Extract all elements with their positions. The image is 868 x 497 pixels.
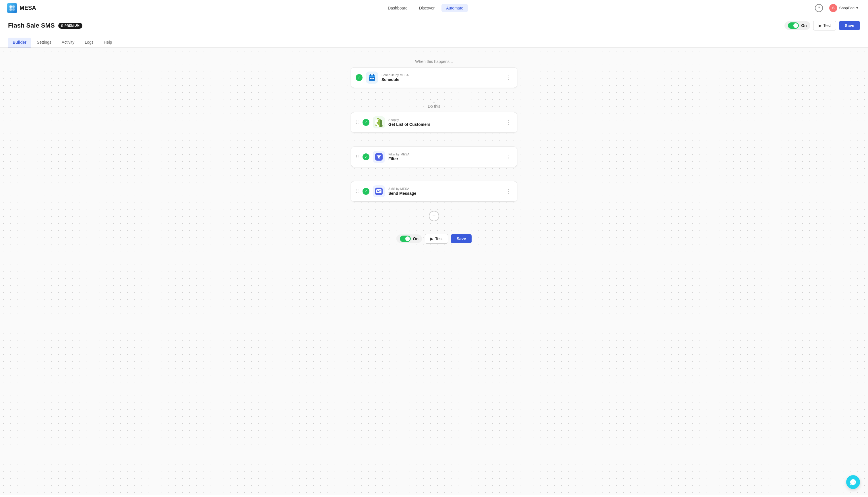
svg-point-19 xyxy=(854,482,855,483)
action-menu-button-3[interactable]: ⋮ xyxy=(505,187,512,196)
nav-right: ? S ShopPad ▾ xyxy=(815,3,861,13)
action-name-2: Filter xyxy=(388,157,501,161)
sms-icon xyxy=(373,185,385,197)
action-service-1: Shopify xyxy=(388,118,501,122)
action-label: Do this xyxy=(428,104,440,109)
action-card-filter[interactable]: ⠿ ✓ Filter by MESA Filter ⋮ xyxy=(351,146,517,167)
drag-handle-icon[interactable]: ⠿ xyxy=(356,120,359,125)
tab-help[interactable]: Help xyxy=(99,38,117,47)
trigger-card[interactable]: ✓ Schedule by MESA Schedule ⋮ xyxy=(351,67,517,88)
svg-point-18 xyxy=(853,482,854,483)
action-name-3: Send Message xyxy=(388,191,501,196)
svg-rect-3 xyxy=(12,8,15,11)
status-toggle-label: On xyxy=(801,23,807,28)
trigger-name: Schedule xyxy=(381,77,501,82)
connector-2 xyxy=(434,133,434,146)
trigger-content: Schedule by MESA Schedule xyxy=(381,73,501,82)
add-step-button[interactable]: + xyxy=(429,211,439,221)
action-content-1: Shopify Get List of Customers xyxy=(388,118,501,127)
user-menu[interactable]: S ShopPad ▾ xyxy=(826,3,861,13)
workflow-canvas: When this happens... ✓ Schedule by MESA … xyxy=(0,48,868,495)
trigger-service: Schedule by MESA xyxy=(381,73,501,77)
nav-automate[interactable]: Automate xyxy=(441,4,468,12)
svg-rect-10 xyxy=(373,78,374,79)
test-button[interactable]: ▶ Test xyxy=(813,21,836,30)
drag-handle-icon-3[interactable]: ⠿ xyxy=(356,189,359,194)
nav-links: Dashboard Discover Automate xyxy=(383,4,468,12)
action-menu-button-1[interactable]: ⋮ xyxy=(505,118,512,127)
drag-handle-icon-2[interactable]: ⠿ xyxy=(356,154,359,160)
nav-discover[interactable]: Discover xyxy=(414,4,439,12)
svg-rect-9 xyxy=(371,78,372,79)
bottom-test-button[interactable]: ▶ Test xyxy=(425,234,448,244)
chevron-down-icon: ▾ xyxy=(856,6,858,10)
premium-label: PREMIUM xyxy=(64,24,79,27)
trigger-label: When this happens... xyxy=(415,59,453,64)
bottom-status-toggle-wrapper[interactable]: On xyxy=(396,235,422,243)
top-navigation: MESA Dashboard Discover Automate ? S Sho… xyxy=(0,0,868,16)
filter-icon xyxy=(373,151,385,163)
action-name-1: Get List of Customers xyxy=(388,122,501,127)
bottom-play-icon: ▶ xyxy=(430,237,433,241)
action-menu-button-2[interactable]: ⋮ xyxy=(505,153,512,161)
connector-1 xyxy=(434,88,434,102)
svg-rect-1 xyxy=(12,5,15,8)
trigger-app-icon xyxy=(366,72,378,84)
tab-builder[interactable]: Builder xyxy=(8,38,31,47)
action-check-icon-1: ✓ xyxy=(363,119,369,126)
svg-rect-2 xyxy=(10,8,12,11)
status-toggle[interactable] xyxy=(788,23,799,29)
action-check-icon-2: ✓ xyxy=(363,153,369,160)
svg-rect-0 xyxy=(10,5,12,8)
premium-icon: $ xyxy=(61,24,63,28)
play-icon: ▶ xyxy=(819,23,822,28)
connector-3 xyxy=(434,167,434,181)
trigger-check-icon: ✓ xyxy=(356,74,363,81)
tab-settings[interactable]: Settings xyxy=(32,38,56,47)
save-button[interactable]: Save xyxy=(839,21,860,30)
svg-point-17 xyxy=(852,482,853,483)
action-check-icon-3: ✓ xyxy=(363,188,369,195)
svg-rect-16 xyxy=(377,191,380,192)
nav-dashboard[interactable]: Dashboard xyxy=(383,4,412,12)
bottom-controls: On ▶ Test Save xyxy=(391,228,477,250)
user-name: ShopPad xyxy=(839,6,854,10)
svg-rect-8 xyxy=(370,78,371,79)
bottom-save-button[interactable]: Save xyxy=(451,234,472,243)
status-toggle-wrapper[interactable]: On xyxy=(784,21,810,30)
app-name: MESA xyxy=(19,4,36,11)
user-avatar: S xyxy=(829,4,837,12)
trigger-menu-button[interactable]: ⋮ xyxy=(505,73,512,82)
action-service-2: Filter by MESA xyxy=(388,153,501,156)
help-button[interactable]: ? xyxy=(815,4,823,12)
shopify-icon xyxy=(373,116,385,128)
page-header: Flash Sale SMS $ PREMIUM On ▶ Test Save xyxy=(0,16,868,36)
header-actions: On ▶ Test Save xyxy=(784,21,860,30)
page-title: Flash Sale SMS xyxy=(8,22,55,29)
action-card-shopify[interactable]: ⠿ ✓ Shopify Get List of Customers ⋮ xyxy=(351,112,517,133)
action-card-sms[interactable]: ⠿ ✓ SMS by MESA Send Message ⋮ xyxy=(351,181,517,202)
tab-activity[interactable]: Activity xyxy=(57,38,79,47)
svg-rect-5 xyxy=(369,75,375,77)
logo-icon xyxy=(7,3,17,13)
svg-rect-15 xyxy=(379,190,381,191)
bottom-status-toggle-label: On xyxy=(413,237,418,241)
svg-rect-14 xyxy=(377,190,378,191)
action-content-2: Filter by MESA Filter xyxy=(388,153,501,161)
svg-rect-7 xyxy=(373,74,374,76)
title-area: Flash Sale SMS $ PREMIUM xyxy=(8,22,83,29)
tab-logs[interactable]: Logs xyxy=(80,38,98,47)
chat-support-button[interactable] xyxy=(846,475,860,489)
bottom-status-toggle[interactable] xyxy=(400,236,411,242)
svg-rect-6 xyxy=(370,74,371,76)
tab-bar: Builder Settings Activity Logs Help xyxy=(0,36,868,48)
premium-badge: $ PREMIUM xyxy=(58,23,83,29)
action-content-3: SMS by MESA Send Message xyxy=(388,187,501,196)
workflow-flow: When this happens... ✓ Schedule by MESA … xyxy=(348,57,520,250)
app-logo[interactable]: MESA xyxy=(7,3,36,13)
action-service-3: SMS by MESA xyxy=(388,187,501,190)
